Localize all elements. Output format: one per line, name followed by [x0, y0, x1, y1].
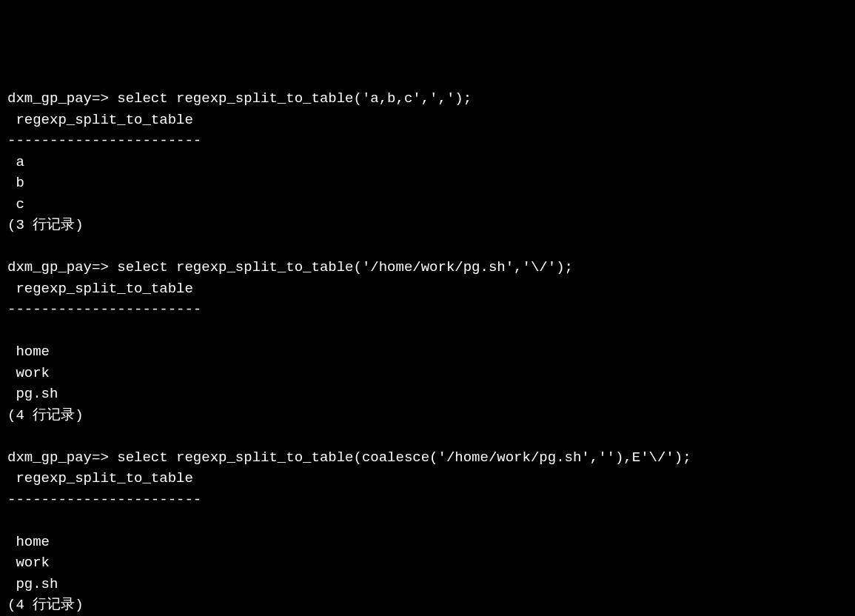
sql-command: select regexp_split_to_table('/home/work… [117, 259, 573, 275]
result-row: pg.sh [7, 384, 848, 405]
result-row: pg.sh [7, 574, 848, 595]
result-row: work [7, 552, 848, 574]
query-line: dxm_gp_pay=> select regexp_split_to_tabl… [7, 88, 848, 110]
terminal-output[interactable]: dxm_gp_pay=> select regexp_split_to_tabl… [7, 88, 848, 616]
query-line: dxm_gp_pay=> select regexp_split_to_tabl… [7, 257, 848, 278]
result-row: home [7, 341, 848, 363]
result-row: a [7, 152, 848, 173]
result-header: regexp_split_to_table [7, 110, 848, 131]
result-separator: ----------------------- [7, 489, 848, 511]
result-separator: ----------------------- [7, 130, 848, 152]
result-footer: (4 行记录) [7, 405, 848, 426]
prompt: dxm_gp_pay=> [7, 259, 117, 275]
result-row: b [7, 173, 848, 194]
blank-line [7, 236, 848, 258]
result-header: regexp_split_to_table [7, 468, 848, 489]
blank-line [7, 426, 848, 447]
result-row: c [7, 194, 848, 215]
sql-command: select regexp_split_to_table('a,b,c',','… [117, 90, 472, 107]
prompt: dxm_gp_pay=> [7, 449, 117, 466]
prompt: dxm_gp_pay=> [7, 90, 117, 107]
result-row [7, 510, 848, 532]
result-row [7, 321, 848, 342]
query-line: dxm_gp_pay=> select regexp_split_to_tabl… [7, 447, 848, 469]
result-header: regexp_split_to_table [7, 278, 848, 300]
sql-command: select regexp_split_to_table(coalesce('/… [117, 449, 691, 466]
result-footer: (4 行记录) [7, 595, 848, 616]
result-row: home [7, 532, 848, 553]
result-row: work [7, 363, 848, 384]
result-footer: (3 行记录) [7, 215, 848, 236]
result-separator: ----------------------- [7, 299, 848, 321]
